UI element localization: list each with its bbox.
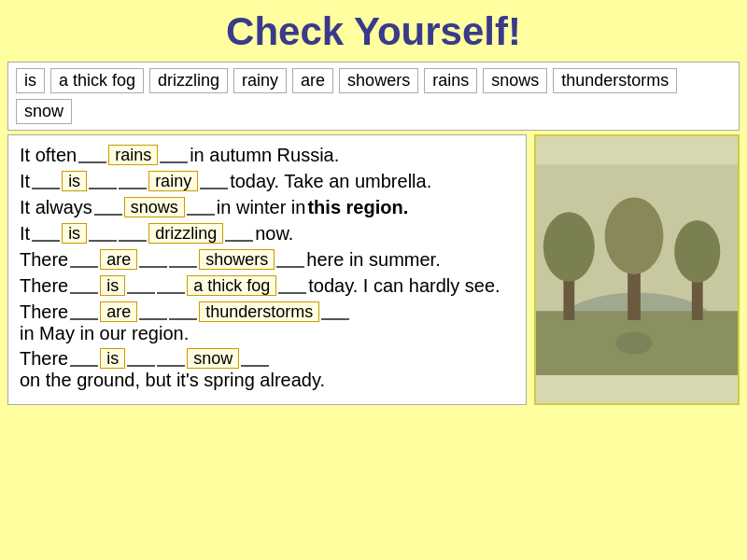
main-content: It often rains in autumn Russia. It is r… [7,134,740,405]
word-bank: is a thick fog drizzling rainy are showe… [7,62,740,131]
s2-after: today. Take an umbrella. [230,172,431,190]
sentences-panel: It often rains in autumn Russia. It is r… [7,134,527,405]
chip-rains[interactable]: rains [424,68,477,93]
s7-blank2 [169,303,197,320]
s4-blank2 [119,225,147,242]
s5-filled2[interactable]: showers [199,249,275,270]
s4-filled1[interactable]: is [62,223,87,244]
s8-after: on the ground, but it's spring already. [20,371,325,389]
s8-filled2[interactable]: snow [187,348,239,369]
s6-filled2[interactable]: a thick fog [187,275,276,296]
s8-before: There [20,349,68,368]
chip-showers[interactable]: showers [339,68,418,93]
s7-filled2[interactable]: thunderstorms [199,301,319,322]
s2-filled2[interactable]: rainy [148,171,198,191]
chip-is[interactable]: is [16,68,45,93]
s2-before: It [20,172,30,190]
s2-blank2 [119,173,147,189]
sentence-1: It often rains in autumn Russia. [20,145,514,165]
svg-point-8 [674,220,720,283]
sentence-3: It always snows in winter in this region… [20,197,514,217]
s1-blank1b [160,147,188,163]
s3-bold: this region. [307,198,408,217]
sentence-8: There is snow on the ground, but it's sp… [20,348,514,389]
chip-rainy[interactable]: rainy [233,68,287,93]
svg-point-6 [605,197,664,273]
s4-filled2[interactable]: drizzling [148,223,223,244]
s6-filled1[interactable]: is [100,275,125,296]
s2-filled1[interactable]: is [62,171,87,191]
s7-blank1 [70,303,98,320]
s4-blank2b [225,225,253,242]
chip-thick-fog[interactable]: a thick fog [50,68,144,93]
s3-before: It always [20,198,92,217]
sentence-5: There are showers here in summer. [20,249,514,270]
s7-blank2b [321,303,349,320]
s5-blank1b [139,251,167,268]
s7-blank1b [139,303,167,320]
s7-filled1[interactable]: are [100,301,137,322]
s3-mid: in winter in [217,198,306,217]
s3-blank1b [187,199,215,216]
s6-blank1b [127,277,155,294]
sentence-7: There are thunderstorms in May in our re… [20,301,514,343]
s4-after: now. [255,224,293,243]
s8-blank1 [70,350,98,367]
s8-blank2b [241,350,269,367]
chip-snow[interactable]: snow [16,99,72,124]
s1-before: It often [20,146,77,164]
s4-before: It [20,224,30,243]
s4-blank1 [32,225,60,242]
s1-blank1 [78,147,106,163]
chip-drizzling[interactable]: drizzling [149,68,228,93]
s3-filled1[interactable]: snows [124,197,185,217]
s5-blank2 [169,251,197,268]
s6-after: today. I can hardly see. [308,276,500,295]
s8-blank2 [157,350,185,367]
s7-after: in May in our region. [20,324,189,343]
s2-blank1b [89,173,117,189]
page-title: Check Yourself! [0,0,747,62]
s3-blank1 [94,199,122,216]
chip-are[interactable]: are [292,68,333,93]
s5-before: There [20,250,68,269]
s5-blank1 [70,251,98,268]
sentence-6: There is a thick fog today. I can hardly… [20,275,514,296]
s2-blank2b [200,173,228,189]
sentence-2: It is rainy today. Take an umbrella. [20,171,514,191]
s8-filled1[interactable]: is [100,348,125,369]
sentence-4: It is drizzling now. [20,223,514,244]
chip-snows[interactable]: snows [483,68,547,93]
s6-before: There [20,276,68,295]
landscape-image [534,134,740,405]
svg-point-9 [615,332,652,355]
s8-blank1b [127,350,155,367]
s2-blank1 [32,173,60,189]
s6-blank2 [157,277,185,294]
s6-blank2b [278,277,306,294]
s5-filled1[interactable]: are [100,249,137,270]
s4-blank1b [89,225,117,242]
s1-after: in autumn Russia. [190,146,339,164]
chip-thunderstorms[interactable]: thunderstorms [553,68,677,93]
s7-before: There [20,302,68,321]
s1-filled1[interactable]: rains [108,145,158,165]
s5-blank2b [276,251,304,268]
s6-blank1 [70,277,98,294]
s5-after: here in summer. [306,250,440,269]
svg-point-4 [543,212,595,282]
